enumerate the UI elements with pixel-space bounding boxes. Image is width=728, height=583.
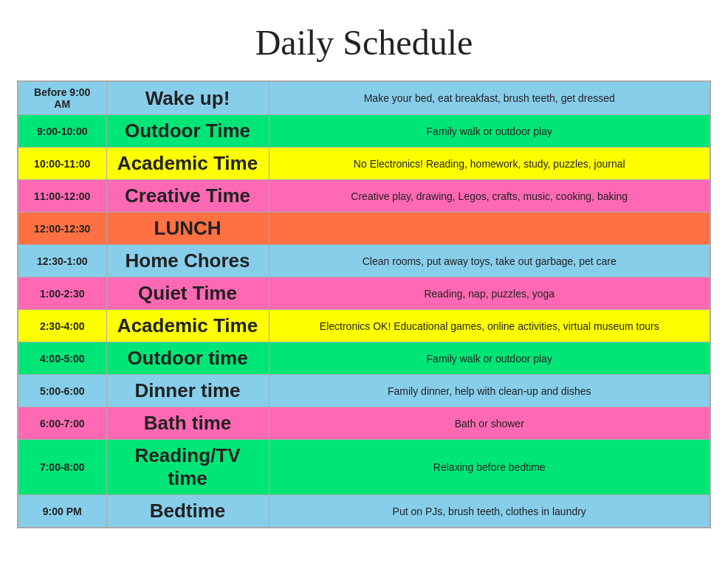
details-cell: Clean rooms, put away toys, take out gar… — [269, 245, 710, 277]
details-cell: Family walk or outdoor play — [269, 115, 710, 148]
time-cell: Before 9:00 AM — [18, 81, 106, 115]
activity-cell: Creative Time — [106, 180, 269, 213]
activity-cell: Wake up! — [106, 81, 269, 115]
table-row: 5:00-6:00Dinner timeFamily dinner, help … — [18, 375, 710, 407]
table-row: 10:00-11:00Academic TimeNo Electronics! … — [18, 148, 710, 180]
time-cell: 6:00-7:00 — [18, 407, 106, 440]
time-cell: 12:00-12:30 — [18, 213, 106, 245]
table-row: 11:00-12:00Creative TimeCreative play, d… — [18, 180, 710, 213]
details-cell: Electronics OK! Educational games, onlin… — [269, 310, 710, 342]
time-cell: 12:30-1:00 — [18, 245, 106, 277]
page-title: Daily Schedule — [255, 22, 473, 63]
activity-cell: Quiet Time — [106, 277, 269, 310]
activity-cell: Bath time — [106, 407, 269, 440]
table-row: 2:30-4:00Academic TimeElectronics OK! Ed… — [18, 310, 710, 342]
table-row: 12:00-12:30LUNCH — [18, 213, 710, 245]
time-cell: 10:00-11:00 — [18, 148, 106, 180]
table-row: Before 9:00 AMWake up!Make your bed, eat… — [18, 81, 710, 115]
schedule-table: Before 9:00 AMWake up!Make your bed, eat… — [17, 80, 711, 528]
activity-cell: Dinner time — [106, 375, 269, 407]
details-cell: Make your bed, eat breakfast, brush teet… — [269, 81, 710, 115]
details-cell: Family dinner, help with clean-up and di… — [269, 375, 710, 407]
table-row: 9:00-10:00Outdoor TimeFamily walk or out… — [18, 115, 710, 148]
details-cell: No Electronics! Reading, homework, study… — [269, 148, 710, 180]
time-cell: 9:00 PM — [18, 495, 106, 528]
time-cell: 5:00-6:00 — [18, 375, 106, 407]
time-cell: 7:00-8:00 — [18, 440, 106, 495]
table-row: 6:00-7:00Bath timeBath or shower — [18, 407, 710, 440]
activity-cell: Academic Time — [106, 310, 269, 342]
table-row: 9:00 PMBedtimePut on PJs, brush teeth, c… — [18, 495, 710, 528]
details-cell: Put on PJs, brush teeth, clothes in laun… — [269, 495, 710, 528]
activity-cell: Home Chores — [106, 245, 269, 277]
table-row: 12:30-1:00Home ChoresClean rooms, put aw… — [18, 245, 710, 277]
details-cell: Creative play, drawing, Legos, crafts, m… — [269, 180, 710, 213]
activity-cell: LUNCH — [106, 213, 269, 245]
activity-cell: Reading/TV time — [106, 440, 269, 495]
activity-cell: Outdoor time — [106, 342, 269, 375]
activity-cell: Bedtime — [106, 495, 269, 528]
details-cell — [269, 213, 710, 245]
details-cell: Bath or shower — [269, 407, 710, 440]
activity-cell: Outdoor Time — [106, 115, 269, 148]
table-row: 1:00-2:30Quiet TimeReading, nap, puzzles… — [18, 277, 710, 310]
time-cell: 9:00-10:00 — [18, 115, 106, 148]
table-row: 7:00-8:00Reading/TV timeRelaxing before … — [18, 440, 710, 495]
time-cell: 11:00-12:00 — [18, 180, 106, 213]
activity-cell: Academic Time — [106, 148, 269, 180]
details-cell: Reading, nap, puzzles, yoga — [269, 277, 710, 310]
time-cell: 2:30-4:00 — [18, 310, 106, 342]
details-cell: Relaxing before bedtime — [269, 440, 710, 495]
time-cell: 1:00-2:30 — [18, 277, 106, 310]
time-cell: 4:00-5:00 — [18, 342, 106, 375]
table-row: 4:00-5:00Outdoor timeFamily walk or outd… — [18, 342, 710, 375]
details-cell: Family walk or outdoor play — [269, 342, 710, 375]
